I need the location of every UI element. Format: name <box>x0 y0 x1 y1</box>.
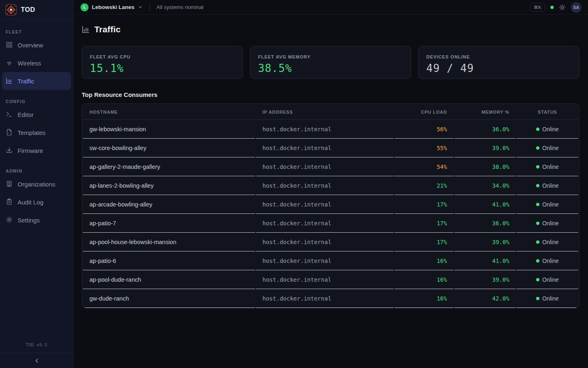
sidebar-item-templates[interactable]: Templates <box>2 123 71 141</box>
memory-cell: 39.0% <box>454 233 516 251</box>
nav-section-label: FLEET <box>2 29 71 34</box>
topbar-divider <box>149 4 150 11</box>
stat-card-fleet-avg-cpu: FLEET AVG CPU15.1% <box>82 46 243 79</box>
sidebar-item-settings[interactable]: Settings <box>2 211 71 229</box>
status-text: Online <box>542 126 559 132</box>
sidebar-nav: FLEETOverviewWirelessTrafficCONFIGEditor… <box>0 20 73 338</box>
online-status-dot <box>536 278 539 281</box>
online-status-dot <box>536 222 539 225</box>
status-cell: Online <box>517 120 578 139</box>
clipboard-icon <box>6 198 13 206</box>
top-consumers-table-card: HOSTNAMEIP ADDRESSCPU LOADMEMORY %STATUS… <box>82 103 579 308</box>
table-section-title: Top Resource Consumers <box>82 91 579 98</box>
hostname-cell: ap-lanes-2-bowling-alley <box>83 176 255 195</box>
building-icon <box>6 180 13 188</box>
status-text: Online <box>542 164 559 170</box>
sidebar-item-audit-log[interactable]: Audit Log <box>2 193 71 211</box>
stat-card-fleet-avg-memory: FLEET AVG MEMORY38.5% <box>250 46 411 79</box>
stat-value: 38.5% <box>258 62 403 74</box>
gear-icon <box>6 216 13 224</box>
cpu-load-cell: 16% <box>394 270 454 289</box>
hostname-cell: ap-pool-dude-ranch <box>83 270 255 289</box>
online-status-dot <box>536 259 539 263</box>
hostname-cell: gw-lebowski-mansion <box>83 120 255 139</box>
cpu-load-cell: 16% <box>394 289 454 308</box>
status-cell: Online <box>517 157 578 176</box>
table-row: ap-patio-6host.docker.internal16%41.0%On… <box>83 251 578 270</box>
command-palette-shortcut[interactable]: ⌘K <box>530 3 545 12</box>
hostname-cell: sw-core-bowling-alley <box>83 139 255 157</box>
nav-section-label: CONFIG <box>2 99 71 104</box>
sidebar-item-organizations[interactable]: Organizations <box>2 175 71 193</box>
status-text: Online <box>542 258 559 264</box>
ip-address-cell: host.docker.internal <box>256 289 394 308</box>
table-row: ap-gallery-2-maude-galleryhost.docker.in… <box>83 157 578 176</box>
ip-address-cell: host.docker.internal <box>256 176 394 195</box>
cpu-load-cell: 56% <box>394 120 454 139</box>
sidebar-item-traffic[interactable]: Traffic <box>2 72 71 90</box>
cpu-load-cell: 17% <box>394 195 454 214</box>
cpu-load-cell: 17% <box>394 233 454 251</box>
file-icon <box>6 129 13 136</box>
nav-section-label: ADMIN <box>2 168 71 173</box>
download-icon <box>6 147 13 154</box>
sun-icon <box>559 4 566 11</box>
bar-chart-icon <box>82 25 90 34</box>
memory-cell: 39.0% <box>454 139 516 157</box>
app-name: TOD <box>21 6 35 13</box>
stats-grid: FLEET AVG CPU15.1%FLEET AVG MEMORY38.5%D… <box>82 46 579 79</box>
ip-address-cell: host.docker.internal <box>256 139 394 157</box>
sidebar-item-label: Overview <box>18 42 43 49</box>
app-logo-icon <box>5 4 17 16</box>
hostname-cell: ap-gallery-2-maude-gallery <box>83 157 255 176</box>
sidebar-item-label: Settings <box>18 217 40 224</box>
app-logo-row: TOD <box>0 0 73 20</box>
sidebar-item-overview[interactable]: Overview <box>2 36 71 54</box>
memory-cell: 36.0% <box>454 120 516 139</box>
page-title: Traffic <box>94 25 120 34</box>
status-text: Online <box>542 295 559 302</box>
sidebar-item-firmware[interactable]: Firmware <box>2 141 71 159</box>
status-text: Online <box>542 145 559 151</box>
cpu-load-cell: 17% <box>394 214 454 233</box>
memory-cell: 42.0% <box>454 289 516 308</box>
stat-label: DEVICES ONLINE <box>426 54 571 59</box>
cpu-load-cell: 21% <box>394 176 454 195</box>
stat-label: FLEET AVG MEMORY <box>258 54 403 59</box>
sidebar-item-label: Organizations <box>18 181 56 188</box>
sidebar-item-editor[interactable]: Editor <box>2 105 71 123</box>
user-avatar[interactable]: SA <box>571 2 581 13</box>
status-text: Online <box>542 276 559 283</box>
table-row: ap-patio-7host.docker.internal17%36.0%On… <box>83 214 578 233</box>
org-switcher[interactable]: L Lebowski Lanes <box>80 3 143 11</box>
theme-toggle-button[interactable] <box>559 4 566 11</box>
app-version: TOD v9.5 <box>0 338 73 352</box>
status-cell: Online <box>517 176 578 195</box>
org-name: Lebowski Lanes <box>92 4 134 10</box>
column-header-status: STATUS <box>517 104 578 120</box>
table-row: ap-arcade-bowling-alleyhost.docker.inter… <box>83 195 578 214</box>
online-status-dot <box>536 297 539 300</box>
online-status-dot <box>536 184 539 187</box>
sidebar-item-label: Templates <box>18 129 45 136</box>
column-header-memory-: MEMORY % <box>454 104 516 120</box>
sidebar-item-label: Editor <box>18 111 33 118</box>
online-status-dot <box>536 128 539 131</box>
status-text: Online <box>542 239 559 245</box>
memory-cell: 36.0% <box>454 214 516 233</box>
ip-address-cell: host.docker.internal <box>256 251 394 270</box>
cpu-load-cell: 16% <box>394 251 454 270</box>
sidebar-collapse-button[interactable] <box>31 355 43 367</box>
system-status-text: All systems nominal <box>156 4 203 10</box>
status-text: Online <box>542 182 559 189</box>
chevron-down-icon <box>138 4 143 10</box>
memory-cell: 41.0% <box>454 251 516 270</box>
table-body: gw-lebowski-mansionhost.docker.internal5… <box>83 120 578 308</box>
status-text: Online <box>542 220 559 227</box>
sidebar-item-wireless[interactable]: Wireless <box>2 54 71 72</box>
online-status-dot <box>536 203 539 206</box>
sidebar: TOD FLEETOverviewWirelessTrafficCONFIGEd… <box>0 0 74 368</box>
hostname-cell: ap-patio-6 <box>83 251 255 270</box>
cpu-load-cell: 54% <box>394 157 454 176</box>
memory-cell: 34.0% <box>454 176 516 195</box>
